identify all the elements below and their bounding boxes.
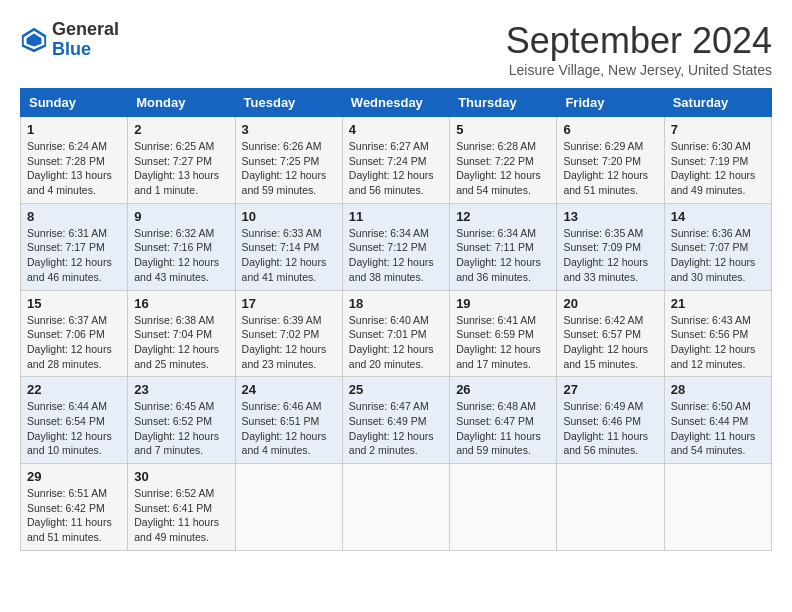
day-number: 2 [134, 122, 228, 137]
day-info: Sunrise: 6:34 AMSunset: 7:12 PMDaylight:… [349, 226, 443, 285]
day-number: 10 [242, 209, 336, 224]
day-info: Sunrise: 6:24 AMSunset: 7:28 PMDaylight:… [27, 139, 121, 198]
calendar-header-row: SundayMondayTuesdayWednesdayThursdayFrid… [21, 89, 772, 117]
calendar-cell: 27Sunrise: 6:49 AMSunset: 6:46 PMDayligh… [557, 377, 664, 464]
day-number: 7 [671, 122, 765, 137]
day-number: 28 [671, 382, 765, 397]
day-info: Sunrise: 6:38 AMSunset: 7:04 PMDaylight:… [134, 313, 228, 372]
column-header-saturday: Saturday [664, 89, 771, 117]
day-number: 26 [456, 382, 550, 397]
day-number: 25 [349, 382, 443, 397]
calendar-cell [450, 464, 557, 551]
day-info: Sunrise: 6:45 AMSunset: 6:52 PMDaylight:… [134, 399, 228, 458]
calendar-cell: 11Sunrise: 6:34 AMSunset: 7:12 PMDayligh… [342, 203, 449, 290]
day-number: 27 [563, 382, 657, 397]
day-number: 13 [563, 209, 657, 224]
logo-icon [20, 26, 48, 54]
calendar-cell [664, 464, 771, 551]
calendar-cell: 8Sunrise: 6:31 AMSunset: 7:17 PMDaylight… [21, 203, 128, 290]
calendar-cell [342, 464, 449, 551]
column-header-thursday: Thursday [450, 89, 557, 117]
calendar-week-row: 8Sunrise: 6:31 AMSunset: 7:17 PMDaylight… [21, 203, 772, 290]
day-info: Sunrise: 6:32 AMSunset: 7:16 PMDaylight:… [134, 226, 228, 285]
calendar-cell: 12Sunrise: 6:34 AMSunset: 7:11 PMDayligh… [450, 203, 557, 290]
day-info: Sunrise: 6:37 AMSunset: 7:06 PMDaylight:… [27, 313, 121, 372]
calendar-cell: 9Sunrise: 6:32 AMSunset: 7:16 PMDaylight… [128, 203, 235, 290]
day-info: Sunrise: 6:49 AMSunset: 6:46 PMDaylight:… [563, 399, 657, 458]
day-info: Sunrise: 6:30 AMSunset: 7:19 PMDaylight:… [671, 139, 765, 198]
column-header-tuesday: Tuesday [235, 89, 342, 117]
day-number: 6 [563, 122, 657, 137]
calendar-week-row: 22Sunrise: 6:44 AMSunset: 6:54 PMDayligh… [21, 377, 772, 464]
day-number: 1 [27, 122, 121, 137]
day-number: 23 [134, 382, 228, 397]
day-number: 9 [134, 209, 228, 224]
logo-blue-text: Blue [52, 39, 91, 59]
month-title: September 2024 [506, 20, 772, 62]
calendar-cell: 19Sunrise: 6:41 AMSunset: 6:59 PMDayligh… [450, 290, 557, 377]
day-info: Sunrise: 6:31 AMSunset: 7:17 PMDaylight:… [27, 226, 121, 285]
calendar-table: SundayMondayTuesdayWednesdayThursdayFrid… [20, 88, 772, 551]
day-number: 5 [456, 122, 550, 137]
day-number: 24 [242, 382, 336, 397]
day-number: 16 [134, 296, 228, 311]
calendar-week-row: 29Sunrise: 6:51 AMSunset: 6:42 PMDayligh… [21, 464, 772, 551]
calendar-cell: 18Sunrise: 6:40 AMSunset: 7:01 PMDayligh… [342, 290, 449, 377]
day-number: 14 [671, 209, 765, 224]
column-header-sunday: Sunday [21, 89, 128, 117]
day-info: Sunrise: 6:27 AMSunset: 7:24 PMDaylight:… [349, 139, 443, 198]
calendar-cell: 13Sunrise: 6:35 AMSunset: 7:09 PMDayligh… [557, 203, 664, 290]
location-subtitle: Leisure Village, New Jersey, United Stat… [506, 62, 772, 78]
day-info: Sunrise: 6:26 AMSunset: 7:25 PMDaylight:… [242, 139, 336, 198]
calendar-cell: 3Sunrise: 6:26 AMSunset: 7:25 PMDaylight… [235, 117, 342, 204]
day-info: Sunrise: 6:41 AMSunset: 6:59 PMDaylight:… [456, 313, 550, 372]
column-header-monday: Monday [128, 89, 235, 117]
logo: General Blue [20, 20, 119, 60]
calendar-cell [557, 464, 664, 551]
calendar-cell: 2Sunrise: 6:25 AMSunset: 7:27 PMDaylight… [128, 117, 235, 204]
calendar-cell: 21Sunrise: 6:43 AMSunset: 6:56 PMDayligh… [664, 290, 771, 377]
day-info: Sunrise: 6:36 AMSunset: 7:07 PMDaylight:… [671, 226, 765, 285]
calendar-week-row: 1Sunrise: 6:24 AMSunset: 7:28 PMDaylight… [21, 117, 772, 204]
calendar-cell: 10Sunrise: 6:33 AMSunset: 7:14 PMDayligh… [235, 203, 342, 290]
day-number: 20 [563, 296, 657, 311]
day-number: 3 [242, 122, 336, 137]
calendar-cell: 20Sunrise: 6:42 AMSunset: 6:57 PMDayligh… [557, 290, 664, 377]
day-number: 29 [27, 469, 121, 484]
day-number: 8 [27, 209, 121, 224]
calendar-cell: 15Sunrise: 6:37 AMSunset: 7:06 PMDayligh… [21, 290, 128, 377]
day-info: Sunrise: 6:43 AMSunset: 6:56 PMDaylight:… [671, 313, 765, 372]
calendar-cell: 4Sunrise: 6:27 AMSunset: 7:24 PMDaylight… [342, 117, 449, 204]
calendar-cell: 25Sunrise: 6:47 AMSunset: 6:49 PMDayligh… [342, 377, 449, 464]
day-info: Sunrise: 6:52 AMSunset: 6:41 PMDaylight:… [134, 486, 228, 545]
day-info: Sunrise: 6:35 AMSunset: 7:09 PMDaylight:… [563, 226, 657, 285]
calendar-week-row: 15Sunrise: 6:37 AMSunset: 7:06 PMDayligh… [21, 290, 772, 377]
day-number: 18 [349, 296, 443, 311]
calendar-cell: 24Sunrise: 6:46 AMSunset: 6:51 PMDayligh… [235, 377, 342, 464]
day-info: Sunrise: 6:50 AMSunset: 6:44 PMDaylight:… [671, 399, 765, 458]
logo-general-text: General [52, 19, 119, 39]
day-info: Sunrise: 6:28 AMSunset: 7:22 PMDaylight:… [456, 139, 550, 198]
day-info: Sunrise: 6:44 AMSunset: 6:54 PMDaylight:… [27, 399, 121, 458]
calendar-cell: 28Sunrise: 6:50 AMSunset: 6:44 PMDayligh… [664, 377, 771, 464]
calendar-cell: 7Sunrise: 6:30 AMSunset: 7:19 PMDaylight… [664, 117, 771, 204]
calendar-cell: 6Sunrise: 6:29 AMSunset: 7:20 PMDaylight… [557, 117, 664, 204]
calendar-cell: 16Sunrise: 6:38 AMSunset: 7:04 PMDayligh… [128, 290, 235, 377]
day-number: 15 [27, 296, 121, 311]
day-info: Sunrise: 6:25 AMSunset: 7:27 PMDaylight:… [134, 139, 228, 198]
column-header-friday: Friday [557, 89, 664, 117]
calendar-cell: 5Sunrise: 6:28 AMSunset: 7:22 PMDaylight… [450, 117, 557, 204]
day-number: 17 [242, 296, 336, 311]
day-number: 11 [349, 209, 443, 224]
day-info: Sunrise: 6:34 AMSunset: 7:11 PMDaylight:… [456, 226, 550, 285]
calendar-cell: 22Sunrise: 6:44 AMSunset: 6:54 PMDayligh… [21, 377, 128, 464]
calendar-cell: 29Sunrise: 6:51 AMSunset: 6:42 PMDayligh… [21, 464, 128, 551]
page-header: General Blue September 2024 Leisure Vill… [20, 20, 772, 78]
day-info: Sunrise: 6:46 AMSunset: 6:51 PMDaylight:… [242, 399, 336, 458]
day-info: Sunrise: 6:48 AMSunset: 6:47 PMDaylight:… [456, 399, 550, 458]
day-info: Sunrise: 6:40 AMSunset: 7:01 PMDaylight:… [349, 313, 443, 372]
day-info: Sunrise: 6:29 AMSunset: 7:20 PMDaylight:… [563, 139, 657, 198]
title-block: September 2024 Leisure Village, New Jers… [506, 20, 772, 78]
calendar-cell: 30Sunrise: 6:52 AMSunset: 6:41 PMDayligh… [128, 464, 235, 551]
day-info: Sunrise: 6:42 AMSunset: 6:57 PMDaylight:… [563, 313, 657, 372]
